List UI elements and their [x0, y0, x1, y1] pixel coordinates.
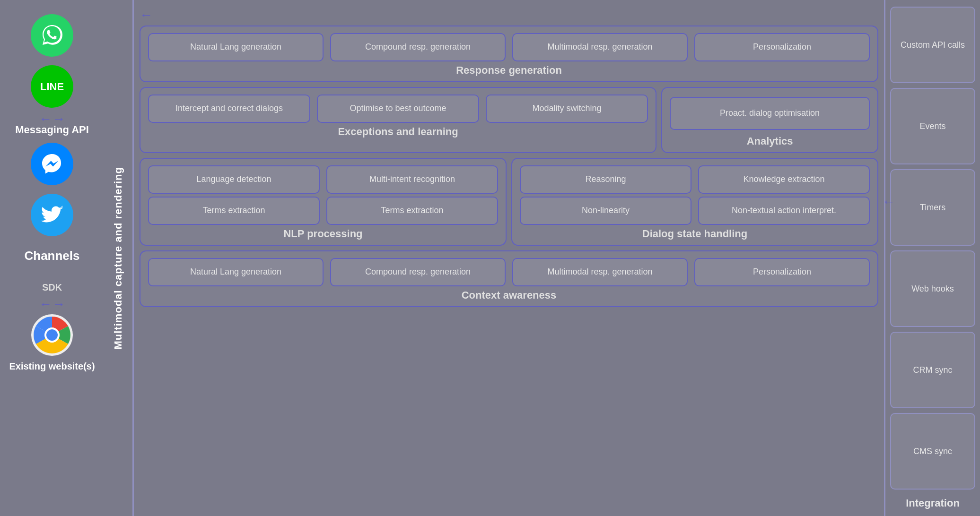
exceptions-card-2: Modality switching	[486, 95, 648, 123]
whatsapp-icon	[31, 14, 73, 57]
exceptions-card-1: Optimise to best outcome	[317, 95, 479, 123]
left-column: LINE ←→ Messaging API Channels SDK ←→	[0, 0, 104, 516]
dialog-row1: Reasoning Knowledge extraction	[520, 165, 870, 194]
messaging-api-label: Messaging API	[15, 124, 89, 136]
context-title: Context awareness	[148, 289, 870, 301]
integration-column: Custom API calls Events Timers Web hooks…	[885, 0, 980, 516]
context-section: Natural Lang generation Compound resp. g…	[140, 250, 878, 307]
nlp-title: NLP processing	[148, 228, 498, 240]
response-card-3: Personalization	[694, 33, 870, 61]
sdk-section: SDK ←→ Existing website(s)	[9, 282, 95, 372]
context-cards-row: Natural Lang generation Compound resp. g…	[148, 258, 870, 286]
exceptions-section: Intercept and correct dialogs Optimise t…	[140, 87, 656, 153]
nlp-card-terms2: Terms extraction	[326, 197, 498, 225]
context-card-3: Personalization	[694, 258, 870, 286]
nlp-dialog-row: Language detection Multi-intent recognit…	[140, 158, 878, 246]
svg-text:LINE: LINE	[40, 81, 64, 93]
channels-label: Channels	[24, 249, 79, 263]
integration-card-4: CRM sync	[890, 332, 975, 408]
exceptions-analytics-row: Intercept and correct dialogs Optimise t…	[140, 87, 878, 153]
dialog-card-reasoning: Reasoning	[520, 165, 691, 194]
response-cards-row: Natural Lang generation Compound resp. g…	[148, 33, 870, 61]
nlp-row2: Terms extraction Terms extraction	[148, 197, 498, 225]
integration-card-2: Timers	[890, 169, 975, 246]
exceptions-cards-row: Intercept and correct dialogs Optimise t…	[148, 95, 648, 123]
line-icon: LINE	[31, 65, 73, 108]
integration-card-5: CMS sync	[890, 413, 975, 490]
sdk-arrow: ←→	[39, 297, 65, 312]
dialog-row2: Non-linearity Non-textual action interpr…	[520, 197, 870, 225]
existing-label: Existing website(s)	[9, 361, 95, 372]
dialog-card-nonlin: Non-linearity	[520, 197, 691, 225]
integration-card-0: Custom API calls	[890, 7, 975, 83]
dialog-section: Reasoning Knowledge extraction Non-linea…	[511, 158, 878, 246]
dialog-card-knowledge: Knowledge extraction	[698, 165, 870, 194]
main-area: ← Natural Lang generation Compound resp.…	[132, 0, 885, 516]
exceptions-title: Exceptions and learning	[148, 126, 648, 138]
nlp-row1: Language detection Multi-intent recognit…	[148, 165, 498, 194]
twitter-icon	[31, 194, 73, 236]
response-card-2: Multimodal resp. generation	[512, 33, 688, 61]
integration-card-1: Events	[890, 88, 975, 164]
nlp-card-intent: Multi-intent recognition	[326, 165, 498, 194]
top-left-arrow: ←	[140, 8, 153, 23]
top-arrow-row: ←	[140, 8, 878, 23]
svg-point-4	[46, 329, 58, 341]
analytics-title: Analytics	[670, 135, 870, 147]
nlp-card-terms1: Terms extraction	[148, 197, 320, 225]
response-card-1: Compound resp. generation	[330, 33, 506, 61]
dialog-card-nontextual: Non-textual action interpret.	[698, 197, 870, 225]
messenger-icon	[31, 143, 73, 185]
integration-card-3: Web hooks	[890, 250, 975, 327]
response-generation-section: Natural Lang generation Compound resp. g…	[140, 26, 878, 82]
context-card-2: Multimodal resp. generation	[512, 258, 688, 286]
dialog-title: Dialog state handling	[520, 228, 870, 240]
chrome-icon	[31, 314, 73, 356]
response-title: Response generation	[148, 64, 870, 77]
analytics-card-0: Proact. dialog optimisation	[670, 97, 870, 130]
dialog-right-arrow: ←	[882, 194, 895, 209]
analytics-inner: Proact. dialog optimisation	[670, 95, 870, 132]
integration-label: Integration	[890, 494, 975, 509]
nlp-card-lang: Language detection	[148, 165, 320, 194]
context-card-1: Compound resp. generation	[330, 258, 506, 286]
context-card-0: Natural Lang generation	[148, 258, 324, 286]
vertical-label-col: Multimodal capture and rendering	[104, 0, 132, 516]
sdk-label: SDK	[42, 282, 62, 293]
analytics-section: Proact. dialog optimisation Analytics	[661, 87, 878, 153]
response-card-0: Natural Lang generation	[148, 33, 324, 61]
vertical-label: Multimodal capture and rendering	[112, 167, 124, 349]
exceptions-card-0: Intercept and correct dialogs	[148, 95, 310, 123]
nlp-section: Language detection Multi-intent recognit…	[140, 158, 507, 246]
